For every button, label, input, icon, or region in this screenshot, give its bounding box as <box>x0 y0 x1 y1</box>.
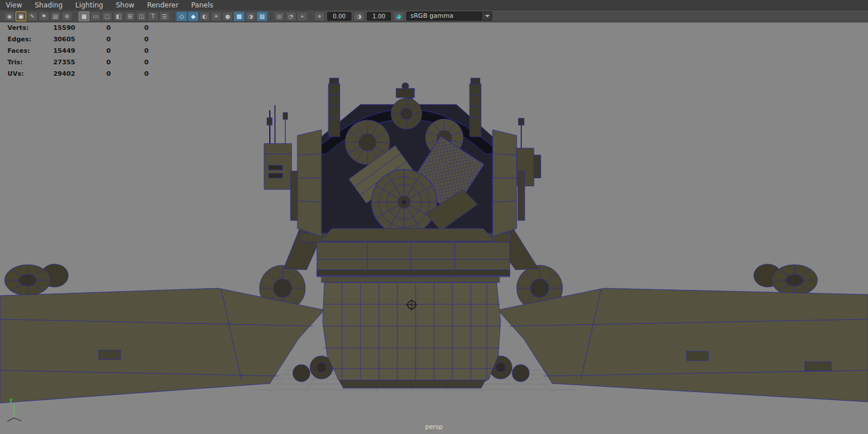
grid-toggle-icon[interactable]: ▦ <box>79 11 90 21</box>
isolate-select-icon[interactable]: ◎ <box>274 11 285 21</box>
film-gate-icon[interactable]: ▭ <box>90 11 101 21</box>
right-cheek-plate[interactable] <box>493 130 525 237</box>
smooth-shade-icon[interactable]: ◆ <box>188 11 199 21</box>
poly-count-hud: Verts: 15590 0 0 Edges: 30605 0 0 Faces:… <box>7 22 149 80</box>
hud-label: Verts: <box>7 22 37 34</box>
hud-total: 27355 <box>37 57 75 68</box>
hud-selected: 0 <box>75 57 111 68</box>
ao-icon[interactable]: ▩ <box>234 11 245 21</box>
exposure-field[interactable]: 0.00 <box>327 12 351 21</box>
hud-selected: 0 <box>75 34 111 45</box>
textured-icon[interactable]: ◐ <box>199 11 210 21</box>
left-column[interactable] <box>328 78 340 137</box>
right-column[interactable] <box>470 78 481 137</box>
hud-selected: 0 <box>75 45 111 57</box>
toolbar-separator <box>311 12 311 21</box>
left-corner-wheels[interactable] <box>5 264 68 296</box>
hud-row-faces: Faces: 15449 0 0 <box>7 45 149 57</box>
pan-zoom-icon[interactable]: ⊕ <box>61 11 72 21</box>
hud-row-tris: Tris: 27355 0 0 <box>7 57 149 68</box>
hud-total: 15449 <box>37 45 75 57</box>
camera-attributes-icon[interactable]: ✎ <box>27 11 38 21</box>
right-antennas[interactable] <box>518 118 524 148</box>
hud-component: 0 <box>111 68 149 80</box>
hud-component: 0 <box>111 45 149 57</box>
hud-component: 0 <box>111 34 149 45</box>
motion-blur-icon[interactable]: ◑ <box>245 11 256 21</box>
main-gun-mount[interactable] <box>371 169 437 235</box>
hud-total: 30605 <box>37 34 75 45</box>
view-axis-gizmo[interactable]: y <box>3 395 29 426</box>
xray-icon[interactable]: ◔ <box>285 11 296 21</box>
shadows-icon[interactable]: ● <box>222 11 233 21</box>
antialias-icon[interactable]: ▨ <box>257 11 268 21</box>
hud-label: Tris: <box>7 57 37 68</box>
hud-total: 29402 <box>37 68 75 80</box>
select-camera-icon[interactable]: ◉ <box>4 11 15 21</box>
hud-row-edges: Edges: 30605 0 0 <box>7 34 149 45</box>
camera-name-label: persp <box>0 423 868 431</box>
toolbar-separator <box>75 12 76 21</box>
panel-toolbar: ◉ ▣ ✎ ⚑ ▤ ⊕ ▦ ▭ ▢ ◧ ⊞ ◫ T ☰ ◇ ◆ ◐ ☀ ● ▩ … <box>0 10 868 22</box>
gamma-field[interactable]: 1.00 <box>367 12 391 21</box>
turret-support[interactable] <box>320 228 495 241</box>
gamma-icon[interactable]: ◑ <box>354 11 365 21</box>
safe-action-icon[interactable]: ◫ <box>136 11 147 21</box>
bookmark-icon[interactable]: ⚑ <box>38 11 49 21</box>
view-transform-dropdown[interactable]: sRGB gamma <box>406 11 482 21</box>
menu-panels[interactable]: Panels <box>185 0 220 10</box>
top-fittings[interactable] <box>396 83 414 98</box>
left-antennas[interactable] <box>267 105 288 144</box>
safe-title-icon[interactable]: T <box>148 11 158 21</box>
hud-label: UVs: <box>7 68 37 80</box>
color-managed-icon[interactable]: ◕ <box>393 11 404 21</box>
hud-selected: 0 <box>75 68 111 80</box>
left-cheek-plate[interactable] <box>290 130 321 237</box>
resolution-gate-icon[interactable]: ▢ <box>102 11 113 21</box>
lock-camera-icon[interactable]: ▣ <box>16 11 26 21</box>
hud-component: 0 <box>111 22 149 34</box>
exposure-icon[interactable]: ☀ <box>314 11 325 21</box>
toolbar-separator <box>173 12 173 21</box>
hud-label: Faces: <box>7 45 37 57</box>
left-side-box[interactable] <box>264 144 292 189</box>
hud-row-verts: Verts: 15590 0 0 <box>7 22 149 34</box>
hud-selected: 0 <box>75 22 111 34</box>
hud-label: Edges: <box>7 34 37 45</box>
panel-menu-bar: View Shading Lighting Show Renderer Pane… <box>0 0 868 10</box>
gate-mask-icon[interactable]: ◧ <box>113 11 124 21</box>
toolbar-separator <box>270 12 271 21</box>
menu-shading[interactable]: Shading <box>28 0 69 10</box>
hud-row-uvs: UVs: 29402 0 0 <box>7 68 149 80</box>
hud-component: 0 <box>111 57 149 68</box>
right-corner-wheels[interactable] <box>754 264 817 296</box>
xray-joints-icon[interactable]: ⌖ <box>297 11 308 21</box>
axis-y-label: y <box>9 396 13 404</box>
upper-drum-center[interactable] <box>391 96 422 129</box>
lights-icon[interactable]: ☀ <box>211 11 222 21</box>
menu-lighting[interactable]: Lighting <box>69 0 110 10</box>
image-plane-icon[interactable]: ▤ <box>50 11 61 21</box>
menu-show[interactable]: Show <box>110 0 141 10</box>
hud-total: 15590 <box>37 22 75 34</box>
menu-view[interactable]: View <box>3 0 28 10</box>
right-track-arm[interactable] <box>498 288 868 402</box>
wireframe-icon[interactable]: ◇ <box>176 11 187 21</box>
field-chart-icon[interactable]: ⊞ <box>125 11 135 21</box>
menu-renderer[interactable]: Renderer <box>141 0 185 10</box>
hud-toggle-icon[interactable]: ☰ <box>159 11 170 21</box>
pedestal-base[interactable] <box>321 274 501 388</box>
view-transform-dropdown-arrow[interactable] <box>483 11 492 21</box>
